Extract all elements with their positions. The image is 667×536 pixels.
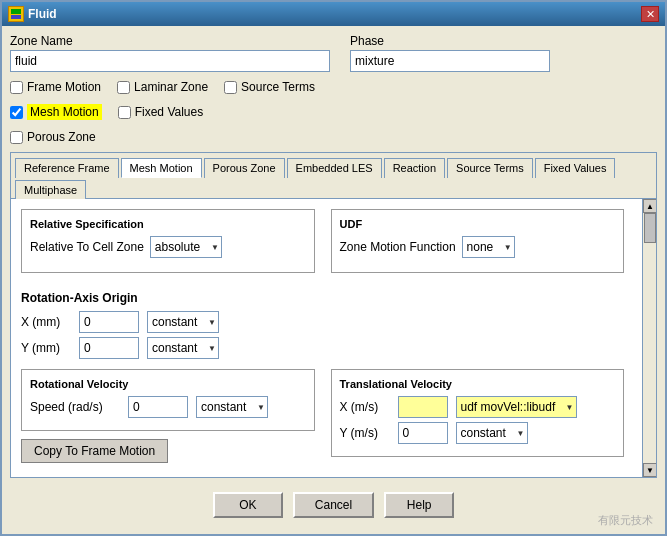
porous-zone-checkbox[interactable] <box>10 131 23 144</box>
trans-y-label: Y (m/s) <box>340 426 390 440</box>
zone-name-input[interactable] <box>10 50 330 72</box>
cancel-button[interactable]: Cancel <box>293 492 374 518</box>
scrollbar-track: ▲ ▼ <box>642 199 656 477</box>
tab-mesh-motion[interactable]: Mesh Motion <box>121 158 202 178</box>
zone-motion-label: Zone Motion Function <box>340 240 456 254</box>
mesh-motion-label: Mesh Motion <box>27 104 102 120</box>
relative-to-cell-row: Relative To Cell Zone absolute relative <box>30 236 306 258</box>
trans-x-row: X (m/s) udf movVel::libudf <box>340 396 616 418</box>
zone-phase-row: Zone Name Phase <box>10 34 657 72</box>
source-terms-top-checkbox[interactable] <box>224 81 237 94</box>
fixed-values-checkbox[interactable] <box>118 106 131 119</box>
fixed-values-checkbox-item: Fixed Values <box>118 105 203 119</box>
tab-source-terms[interactable]: Source Terms <box>447 158 533 178</box>
translational-velocity-col: Translational Velocity X (m/s) udf movVe… <box>331 369 625 465</box>
relative-spec-title: Relative Specification <box>30 218 306 230</box>
tab-porous-zone[interactable]: Porous Zone <box>204 158 285 178</box>
tab-reference-frame[interactable]: Reference Frame <box>15 158 119 178</box>
zone-motion-select[interactable]: none <box>462 236 515 258</box>
rotation-y-label: Y (mm) <box>21 341 71 355</box>
laminar-zone-checkbox-item: Laminar Zone <box>117 80 208 94</box>
trans-x-method-select[interactable]: udf movVel::libudf <box>456 396 577 418</box>
fluid-dialog: Fluid ✕ Zone Name Phase Frame Motion <box>0 0 667 536</box>
porous-zone-label: Porous Zone <box>27 130 96 144</box>
rotational-velocity-col: Rotational Velocity Speed (rad/s) consta… <box>21 369 315 463</box>
frame-motion-checkbox-item: Frame Motion <box>10 80 101 94</box>
scrollbar-up-button[interactable]: ▲ <box>643 199 656 213</box>
tab-fixed-values[interactable]: Fixed Values <box>535 158 616 178</box>
translational-velocity-section: Translational Velocity X (m/s) udf movVe… <box>331 369 625 457</box>
speed-method-select[interactable]: constant <box>196 396 268 418</box>
rotation-y-input[interactable] <box>79 337 139 359</box>
trans-y-method-select[interactable]: constant <box>456 422 528 444</box>
rotation-axis-title: Rotation-Axis Origin <box>21 291 624 305</box>
help-button[interactable]: Help <box>384 492 454 518</box>
trans-x-method-wrapper: udf movVel::libudf <box>456 396 577 418</box>
close-button[interactable]: ✕ <box>641 6 659 22</box>
udf-section: UDF Zone Motion Function none <box>331 209 625 273</box>
zone-motion-select-wrapper: none <box>462 236 515 258</box>
tab-content-mesh-motion: Relative Specification Relative To Cell … <box>11 199 642 477</box>
scrollbar-thumb[interactable] <box>644 213 656 243</box>
trans-y-row: Y (m/s) constant <box>340 422 616 444</box>
zone-name-group: Zone Name <box>10 34 330 72</box>
rotation-y-method-select[interactable]: constant <box>147 337 219 359</box>
relative-to-cell-label: Relative To Cell Zone <box>30 240 144 254</box>
relative-specification-section: Relative Specification Relative To Cell … <box>21 209 315 273</box>
mesh-motion-checkbox[interactable] <box>10 106 23 119</box>
phase-input[interactable] <box>350 50 550 72</box>
rotation-x-method-select[interactable]: constant <box>147 311 219 333</box>
checkbox-row-2: Mesh Motion Fixed Values <box>10 104 657 120</box>
title-bar-left: Fluid <box>8 6 57 22</box>
trans-y-method-wrapper: constant <box>456 422 528 444</box>
speed-row: Speed (rad/s) constant <box>30 396 306 418</box>
fixed-values-label: Fixed Values <box>135 105 203 119</box>
translational-velocity-title: Translational Velocity <box>340 378 616 390</box>
frame-motion-checkbox[interactable] <box>10 81 23 94</box>
tabs-container: Reference Frame Mesh Motion Porous Zone … <box>10 152 657 478</box>
scrollbar-down-button[interactable]: ▼ <box>643 463 656 477</box>
rotation-x-method-wrapper: constant <box>147 311 219 333</box>
window-icon <box>8 6 24 22</box>
svg-rect-1 <box>11 9 21 14</box>
mesh-motion-checkbox-item: Mesh Motion <box>10 104 102 120</box>
ok-button[interactable]: OK <box>213 492 283 518</box>
speed-label: Speed (rad/s) <box>30 400 120 414</box>
checkbox-row-1: Frame Motion Laminar Zone Source Terms <box>10 80 657 94</box>
rotational-velocity-section: Rotational Velocity Speed (rad/s) consta… <box>21 369 315 431</box>
zone-motion-row: Zone Motion Function none <box>340 236 616 258</box>
laminar-zone-label: Laminar Zone <box>134 80 208 94</box>
window-title: Fluid <box>28 7 57 21</box>
bottom-bar: OK Cancel Help <box>10 484 657 526</box>
trans-y-input[interactable] <box>398 422 448 444</box>
tab-multiphase[interactable]: Multiphase <box>15 180 86 199</box>
copy-btn-container: Copy To Frame Motion <box>21 439 315 463</box>
rotation-x-input[interactable] <box>79 311 139 333</box>
relative-to-cell-select[interactable]: absolute relative <box>150 236 222 258</box>
copy-to-frame-motion-button[interactable]: Copy To Frame Motion <box>21 439 168 463</box>
trans-x-label: X (m/s) <box>340 400 390 414</box>
rotation-axis-origin-section: Rotation-Axis Origin X (mm) constant <box>21 291 624 359</box>
rotation-axis-y-row: Y (mm) constant <box>21 337 624 359</box>
rotation-axis-x-row: X (mm) constant <box>21 311 624 333</box>
zone-name-label: Zone Name <box>10 34 330 48</box>
source-terms-top-checkbox-item: Source Terms <box>224 80 315 94</box>
source-terms-top-label: Source Terms <box>241 80 315 94</box>
trans-x-input[interactable] <box>398 396 448 418</box>
velocity-row: Rotational Velocity Speed (rad/s) consta… <box>21 369 624 465</box>
udf-title: UDF <box>340 218 616 230</box>
svg-rect-2 <box>11 15 21 19</box>
phase-label: Phase <box>350 34 550 48</box>
rotation-x-label: X (mm) <box>21 315 71 329</box>
tab-bar: Reference Frame Mesh Motion Porous Zone … <box>11 153 656 199</box>
tab-embedded-les[interactable]: Embedded LES <box>287 158 382 178</box>
checkbox-row-3: Porous Zone <box>10 130 657 144</box>
rotation-y-method-wrapper: constant <box>147 337 219 359</box>
tab-reaction[interactable]: Reaction <box>384 158 445 178</box>
phase-group: Phase <box>350 34 550 72</box>
porous-zone-checkbox-item: Porous Zone <box>10 130 96 144</box>
laminar-zone-checkbox[interactable] <box>117 81 130 94</box>
speed-input[interactable] <box>128 396 188 418</box>
title-bar: Fluid ✕ <box>2 2 665 26</box>
frame-motion-label: Frame Motion <box>27 80 101 94</box>
